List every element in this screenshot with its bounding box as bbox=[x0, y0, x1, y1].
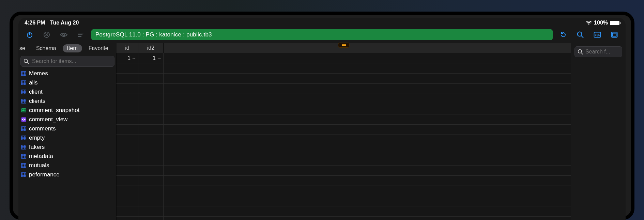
arrow-right-icon: → bbox=[157, 56, 162, 61]
battery-icon bbox=[610, 21, 619, 25]
drag-handle-icon[interactable] bbox=[338, 43, 350, 48]
sidebar-tabs: se Schema Item Favorite H bbox=[18, 43, 117, 54]
materialized-view-icon bbox=[21, 117, 26, 122]
table-icon bbox=[21, 135, 26, 140]
cell-id-value: 1 bbox=[127, 55, 131, 61]
sidebar-item-label: client bbox=[29, 89, 43, 95]
svg-point-74 bbox=[578, 49, 582, 53]
data-grid: id id2 1 → 1 → bbox=[117, 43, 571, 220]
sidebar-search-input[interactable] bbox=[32, 58, 111, 64]
sidebar-item-peformance[interactable]: peformance bbox=[21, 170, 117, 179]
svg-point-6 bbox=[63, 34, 65, 36]
breadcrumb[interactable]: PostgreSQL 11.0 : PG : katonice : public… bbox=[91, 29, 553, 40]
svg-point-0 bbox=[588, 24, 589, 25]
status-bar: 4:26 PM Tue Aug 20 100% bbox=[18, 18, 626, 27]
sidebar-item-memes[interactable]: Memes bbox=[21, 69, 117, 78]
svg-rect-52 bbox=[21, 145, 26, 149]
table-icon bbox=[21, 163, 26, 168]
sidebar-item-label: empty bbox=[29, 135, 45, 141]
content: se Schema Item Favorite H Memesallsclien… bbox=[18, 43, 626, 220]
sidebar-item-label: alls bbox=[29, 79, 38, 86]
sidebar-item-label: peformance bbox=[29, 171, 60, 178]
status-date: Tue Aug 20 bbox=[50, 20, 79, 26]
table-icon bbox=[21, 98, 26, 104]
sidebar: se Schema Item Favorite H Memesallsclien… bbox=[18, 43, 117, 220]
svg-line-75 bbox=[581, 53, 583, 54]
sidebar-item-empty[interactable]: empty bbox=[21, 133, 117, 142]
sidebar-item-label: fakers bbox=[29, 144, 45, 151]
refresh-icon[interactable] bbox=[557, 29, 570, 41]
table-icon bbox=[21, 144, 26, 150]
sidebar-item-label: comment_view bbox=[29, 116, 67, 123]
sidebar-item-clients[interactable]: clients bbox=[21, 96, 117, 106]
filter-search-input[interactable] bbox=[585, 49, 619, 55]
table-icon bbox=[21, 89, 26, 94]
sidebar-item-label: Memes bbox=[29, 70, 48, 77]
table-icon bbox=[21, 126, 26, 131]
table-row[interactable]: 1 → 1 → bbox=[117, 53, 571, 63]
svg-point-41 bbox=[23, 119, 24, 120]
close-circle-icon[interactable] bbox=[40, 29, 53, 41]
sidebar-item-label: comment_snapshot bbox=[29, 107, 79, 114]
column-headers: id id2 bbox=[117, 43, 571, 53]
tab-schema[interactable]: Schema bbox=[32, 44, 61, 52]
sidebar-item-metadata[interactable]: metadata bbox=[21, 152, 117, 161]
table-icon bbox=[21, 172, 26, 177]
svg-text:SQL: SQL bbox=[595, 34, 600, 36]
cell-id2[interactable]: 1 → bbox=[138, 53, 164, 63]
arrow-right-icon: → bbox=[132, 56, 136, 61]
svg-rect-33 bbox=[21, 99, 26, 103]
svg-point-39 bbox=[23, 110, 24, 111]
table-icon bbox=[21, 71, 26, 76]
filter-search[interactable] bbox=[574, 46, 622, 57]
toolbar: PostgreSQL 11.0 : PG : katonice : public… bbox=[18, 27, 626, 43]
right-panel bbox=[571, 43, 626, 220]
rows-area[interactable]: 1 → 1 → bbox=[117, 53, 571, 220]
eye-icon[interactable] bbox=[57, 29, 70, 41]
cell-id[interactable]: 1 → bbox=[117, 53, 138, 63]
sidebar-item-fakers[interactable]: fakers bbox=[21, 142, 117, 152]
sidebar-item-comment_snapshot[interactable]: comment_snapshot bbox=[21, 106, 117, 115]
panels-icon[interactable] bbox=[608, 29, 621, 41]
tab-item[interactable]: Item bbox=[63, 44, 82, 52]
svg-line-17 bbox=[27, 62, 29, 64]
svg-rect-62 bbox=[21, 163, 26, 168]
svg-rect-23 bbox=[21, 81, 26, 85]
status-battery-percent: 100% bbox=[594, 20, 608, 26]
tab-se[interactable]: se bbox=[18, 44, 30, 52]
svg-point-16 bbox=[24, 59, 28, 62]
column-header-id[interactable]: id bbox=[117, 43, 138, 53]
svg-point-10 bbox=[578, 32, 582, 36]
search-icon bbox=[578, 49, 583, 55]
svg-rect-47 bbox=[21, 136, 26, 140]
svg-rect-42 bbox=[21, 127, 26, 131]
view-icon bbox=[21, 108, 26, 113]
column-header-id2[interactable]: id2 bbox=[138, 43, 164, 53]
sql-icon[interactable]: SQL bbox=[591, 29, 604, 41]
sidebar-item-mutuals[interactable]: mutuals bbox=[21, 161, 117, 170]
status-time: 4:26 PM bbox=[25, 20, 45, 26]
wifi-icon bbox=[586, 21, 592, 25]
sidebar-list: Memesallsclientclientscomment_snapshotco… bbox=[18, 68, 117, 220]
svg-rect-57 bbox=[21, 154, 26, 158]
search-icon bbox=[24, 59, 29, 64]
svg-rect-28 bbox=[21, 90, 26, 94]
sidebar-search[interactable] bbox=[20, 56, 114, 67]
search-icon[interactable] bbox=[574, 29, 587, 41]
sidebar-item-client[interactable]: client bbox=[21, 87, 117, 96]
sidebar-item-alls[interactable]: alls bbox=[21, 78, 117, 87]
svg-line-11 bbox=[581, 36, 583, 38]
sidebar-item-label: clients bbox=[29, 98, 45, 105]
sidebar-item-label: metadata bbox=[29, 153, 53, 160]
svg-rect-15 bbox=[613, 33, 616, 36]
sidebar-item-label: mutuals bbox=[29, 162, 49, 169]
svg-rect-67 bbox=[21, 173, 26, 177]
tab-favorite[interactable]: Favorite bbox=[84, 44, 113, 52]
sidebar-item-comments[interactable]: comments bbox=[21, 124, 117, 133]
table-icon bbox=[21, 80, 26, 85]
lines-icon[interactable] bbox=[74, 29, 87, 41]
power-icon[interactable] bbox=[23, 29, 36, 41]
sidebar-item-comment_view[interactable]: comment_view bbox=[21, 115, 117, 124]
cell-id2-value: 1 bbox=[153, 55, 156, 61]
table-icon bbox=[21, 154, 26, 159]
